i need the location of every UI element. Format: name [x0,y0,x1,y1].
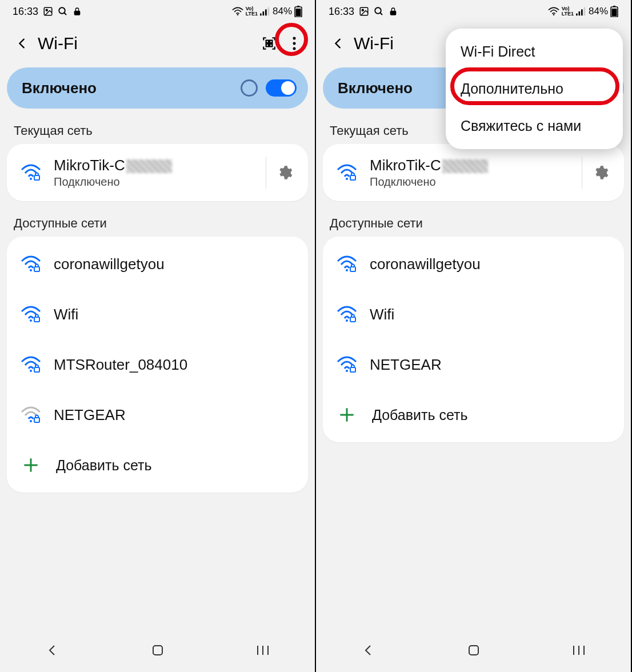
signal-icon [260,7,270,16]
censored-text [126,159,172,173]
picture-icon [359,6,369,17]
svg-point-24 [30,319,32,322]
menu-item-contact-us[interactable]: Свяжитесь с нами [446,107,623,145]
network-settings-button[interactable] [266,157,302,189]
svg-point-37 [362,9,363,11]
network-row[interactable]: coronawillgetyou [7,239,308,289]
signal-icon [576,7,586,16]
more-options-button[interactable] [282,31,307,56]
censored-text [442,159,488,173]
lock-icon [73,6,82,17]
picture-icon [43,6,53,17]
network-name: Wifi [54,306,302,323]
svg-rect-50 [350,175,355,180]
svg-point-53 [346,319,348,322]
current-network-card: MikroTik-C Подключено [7,144,308,201]
nav-home-button[interactable] [151,643,165,659]
svg-rect-27 [34,367,39,372]
svg-rect-52 [350,267,355,271]
network-row[interactable]: coronawillgetyou [323,239,624,289]
menu-item-wifi-direct[interactable]: Wi-Fi Direct [446,33,623,70]
add-network-row[interactable]: Добавить сеть [7,440,308,490]
wifi-switch[interactable] [266,79,297,97]
current-network-name: MikroTik-C [370,157,582,174]
current-network-status: Подключено [370,175,582,189]
svg-point-5 [237,14,238,16]
available-networks-card: coronawillgetyou Wifi NETGEAR Добавить с… [323,237,624,442]
phone-screen-left: 16:33 Vo)LTE1 84% [0,0,316,672]
search-status-icon [374,6,384,17]
wifi-toggle-row[interactable]: Включено [7,67,308,109]
network-name: coronawillgetyou [54,255,302,273]
search-status-icon [58,6,68,17]
available-networks-heading: Доступные сети [316,209,631,237]
network-settings-button[interactable] [582,157,618,189]
status-time: 16:33 [13,6,38,18]
lock-icon [389,6,398,17]
network-row[interactable]: NETGEAR [7,390,308,440]
network-name: coronawillgetyou [370,255,618,273]
svg-rect-7 [262,11,264,15]
battery-percent: 84% [589,6,608,17]
add-network-row[interactable]: Добавить сеть [323,390,624,440]
wifi-secure-icon [334,306,359,323]
nav-recents-button[interactable] [257,645,269,658]
status-bar: 16:33 Vo)LTE1 84% [0,0,315,23]
volte-icon: Vo)LTE1 [562,6,574,17]
network-row[interactable]: MTSRouter_084010 [7,339,308,390]
svg-rect-16 [270,44,272,46]
wifi-status-icon [548,7,559,16]
qr-scan-button[interactable] [257,31,282,56]
back-button[interactable] [326,31,350,55]
svg-point-28 [30,420,32,422]
menu-item-advanced[interactable]: Дополнительно [446,70,623,107]
svg-point-2 [59,7,65,14]
svg-rect-48 [612,9,617,17]
battery-icon [294,6,302,17]
network-name: Wifi [370,306,618,323]
network-row[interactable]: Wifi [7,289,308,339]
svg-rect-15 [266,44,269,46]
wifi-secure-icon [18,164,43,181]
network-name: NETGEAR [370,356,618,374]
svg-line-3 [64,13,66,15]
svg-rect-44 [581,9,583,15]
svg-rect-12 [296,9,301,17]
nav-back-button[interactable] [362,643,375,659]
volte-icon: Vo)LTE1 [246,6,258,17]
wifi-secure-icon [334,356,359,373]
battery-percent: 84% [273,6,292,17]
wifi-secure-icon [18,306,43,323]
wifi-secure-icon [18,255,43,273]
svg-point-55 [346,370,348,372]
page-title: Wi-Fi [38,34,257,53]
system-nav-bar [316,631,631,672]
svg-rect-32 [153,646,162,655]
nav-home-button[interactable] [467,643,481,659]
svg-rect-21 [34,175,39,180]
svg-rect-8 [265,9,267,15]
refresh-spinner-icon [241,79,258,97]
wifi-status-icon [232,7,243,16]
network-row[interactable]: Wifi [323,289,624,339]
wifi-weak-icon [18,406,43,423]
add-network-label: Добавить сеть [56,457,151,474]
svg-point-49 [346,178,348,180]
network-name: MTSRouter_084010 [54,356,302,374]
network-name: NETGEAR [54,406,302,424]
svg-rect-59 [469,646,478,655]
status-bar: 16:33 Vo)LTE1 84% [316,0,631,23]
svg-point-22 [30,269,32,271]
current-network-row[interactable]: MikroTik-C Подключено [323,146,624,199]
network-row[interactable]: NETGEAR [323,339,624,390]
svg-rect-25 [34,317,39,322]
current-network-heading: Текущая сеть [0,117,315,144]
nav-back-button[interactable] [46,643,59,659]
current-network-row[interactable]: MikroTik-C Подключено [7,146,308,199]
svg-rect-6 [260,14,262,16]
svg-rect-9 [267,7,269,15]
current-network-card: MikroTik-C Подключено [323,144,624,201]
current-network-status: Подключено [54,175,266,189]
nav-recents-button[interactable] [573,645,585,658]
back-button[interactable] [10,31,34,55]
